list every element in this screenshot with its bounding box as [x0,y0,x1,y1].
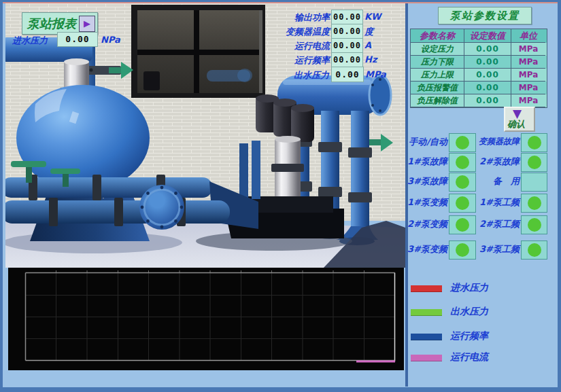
output-power-unit: KW [364,12,381,22]
status-lamp-pump3-grid [521,240,547,260]
table-header-row: 参数名称 设定数值 单位 [411,29,547,43]
legend-swatch-inlet [411,285,442,292]
lamp-icon [528,156,541,169]
status-label-pump2-fault: 2#泵故障 [472,156,520,168]
lamp-icon [456,196,469,210]
param-name: 压力上限 [411,69,464,82]
inlet-pressure-label: 进水压力 [12,35,48,47]
lamp-icon [528,136,541,149]
legend-label-inlet: 进水压力 [450,282,488,294]
lamp-icon [456,243,469,257]
param-name: 负压解除值 [411,94,464,107]
pump-station-hmi: 泵站报表 ▶ 进水压力 0.00 NPa 输出功率 00.00 KW 变频器温度… [0,0,561,392]
col-unit: 单位 [511,29,545,43]
status-lamp-pump2-grid [521,215,547,234]
param-value-field[interactable]: 0.00 [464,56,511,69]
param-unit: MPa [511,94,545,107]
lamp-icon [528,243,541,257]
status-lamp-spare [521,173,547,192]
table-row: 设定压力 0.00 MPa [411,43,547,56]
table-row: 负压解除值 0.00 MPa [411,94,547,107]
param-unit: MPa [511,69,545,82]
col-set-value: 设定数值 [464,29,511,43]
legend-label-current: 运行电流 [450,351,488,363]
report-button-label: 泵站报表 [24,16,79,32]
top-accent-line [3,2,558,3]
col-param-name: 参数名称 [411,29,464,43]
status-label-pump1-grid: 1#泵工频 [472,196,520,209]
table-row: 负压报警值 0.00 MPa [411,82,547,94]
status-lamp-pump1-grid [521,194,547,213]
output-power-label: 输出功率 [265,12,330,24]
run-freq-value: 00.00 [331,52,363,67]
green-valve-icon [50,168,80,174]
lamp-icon [528,196,541,210]
outlet-pressure-unit: MPa [365,69,386,79]
legend-swatch-outlet [411,309,442,316]
status-label-pump3-vfd: 3#泵变频 [404,243,447,255]
window [131,5,265,98]
status-label-pump3-grid: 3#泵工频 [472,243,520,255]
trend-chart [8,268,404,370]
run-freq-label: 运行频率 [265,54,330,67]
param-value-field[interactable]: 0.00 [464,94,511,107]
param-value-field[interactable]: 0.00 [464,69,511,82]
run-current-label: 运行电流 [265,40,330,52]
legend-swatch-current [411,355,442,361]
param-value-field[interactable]: 0.00 [464,82,511,94]
outlet-pressure-value: 0.00 [331,67,364,82]
lamp-icon [456,218,469,232]
vfd-temp-label: 变频器温度 [265,26,330,38]
settings-panel-title: 泵站参数设置 [438,7,532,24]
run-current-unit: A [364,40,371,50]
lamp-icon [456,175,469,189]
status-label-manual-auto: 手动/自动 [404,136,447,148]
legend-label-frequency: 运行频率 [450,330,488,342]
confirm-button-label: 确认 [507,118,525,130]
play-icon: ▶ [79,16,95,32]
parameter-table: 参数名称 设定数值 单位 设定压力 0.00 MPa 压力下限 0.00 MPa… [410,29,547,108]
status-label-pump2-grid: 2#泵工频 [472,218,520,230]
status-label-pump2-vfd: 2#泵变频 [404,218,447,230]
inlet-pressure-value: 0.00 [57,32,98,47]
outlet-pressure-label: 出水压力 [288,69,329,82]
status-label-pump3-fault: 3#泵故障 [404,175,447,188]
inlet-pressure-unit: NPa [101,35,120,45]
param-unit: MPa [511,56,545,69]
panel-divider [405,3,408,387]
param-unit: MPa [511,43,545,56]
status-label-pump1-fault: 1#泵故障 [404,156,447,168]
legend-label-outlet: 出水压力 [450,306,488,318]
table-row: 压力上限 0.00 MPa [411,69,547,82]
param-name: 压力下限 [411,56,464,69]
param-name: 设定压力 [411,43,464,56]
lamp-icon [528,218,541,232]
param-unit: MPa [511,82,545,94]
status-lamp-vfd-fault [521,133,547,152]
status-label-vfd-fault: 变频器故障 [472,136,520,147]
confirm-button[interactable]: ▼ 确认 [504,107,535,132]
vfd-temp-unit: 度 [364,26,373,38]
output-power-value: 00.00 [331,10,363,24]
lamp-icon [456,156,469,169]
green-valve-icon [11,161,46,167]
param-name: 负压报警值 [411,82,464,94]
status-label-pump1-vfd: 1#泵变频 [404,196,447,209]
legend-swatch-frequency [411,334,442,340]
table-row: 压力下限 0.00 MPa [411,56,547,69]
vfd-temp-value: 00.00 [331,24,363,39]
run-current-value: 00.00 [331,38,363,53]
param-value-field[interactable]: 0.00 [464,43,511,56]
run-freq-unit: Hz [364,54,377,65]
status-label-spare: 备 用 [472,175,520,188]
status-lamp-pump2-fault [521,153,547,172]
lamp-icon [456,136,469,149]
trend-chart-plot [8,268,404,370]
